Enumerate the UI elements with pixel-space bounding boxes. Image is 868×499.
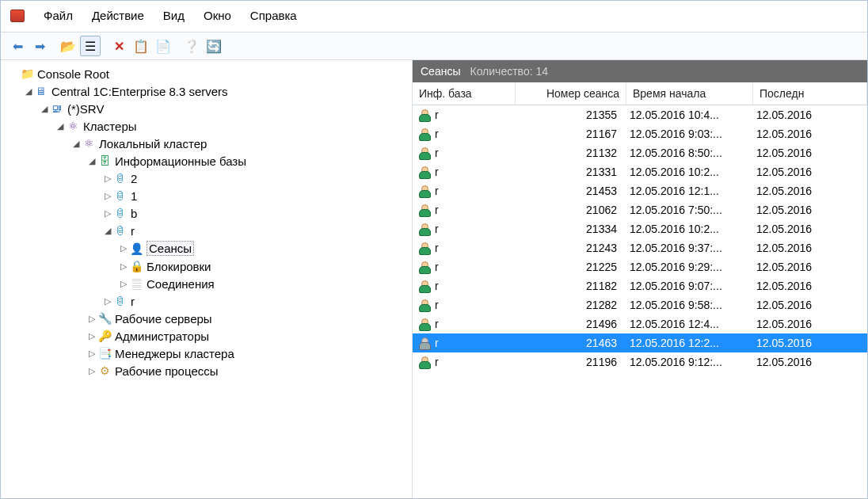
delete-button[interactable]: ✕ [108, 36, 129, 56]
tree-sessions[interactable]: ▷👤Сеансы [4, 239, 409, 257]
user-icon [417, 108, 432, 122]
properties-button[interactable]: 📋 [131, 36, 151, 56]
content-split: ▶📁Console Root ◢🖥Central 1C:Enterprise 8… [1, 60, 867, 498]
cell-last-activity: 12.05.2016 [753, 166, 867, 178]
cell-infobase: r [435, 280, 439, 292]
menu-file[interactable]: Файл [40, 7, 76, 24]
tree-admins[interactable]: ▷🔑Администраторы [4, 327, 409, 345]
tree-infobase-2[interactable]: ▷🛢2 [4, 170, 409, 187]
session-row[interactable]: r2118212.05.2016 9:07:...12.05.2016 [413, 276, 867, 295]
cell-infobase: r [435, 337, 439, 349]
tree-work-servers[interactable]: ▷🔧Рабочие серверы [4, 310, 409, 327]
session-row[interactable]: r2122512.05.2016 9:29:...12.05.2016 [413, 257, 867, 276]
cell-infobase: r [435, 166, 439, 178]
session-row[interactable]: r2145312.05.2016 12:1...12.05.2016 [413, 181, 867, 200]
server-icon: 🖥 [34, 84, 48, 98]
export-button[interactable]: 📄 [153, 36, 173, 56]
cell-start-time: 12.05.2016 9:29:... [626, 261, 753, 273]
user-icon [417, 317, 432, 331]
cell-start-time: 12.05.2016 12:2... [626, 337, 753, 349]
cell-last-activity: 12.05.2016 [753, 261, 867, 273]
lock-icon: 🔒 [129, 259, 143, 273]
session-row[interactable]: r2146312.05.2016 12:2...12.05.2016 [413, 333, 867, 352]
session-row[interactable]: r2133112.05.2016 10:2...12.05.2016 [413, 162, 867, 181]
tree-central-servers[interactable]: ◢🖥Central 1C:Enterprise 8.3 servers [4, 82, 409, 100]
tree-infobase-r2[interactable]: ▷🛢r [4, 292, 409, 310]
key-icon: 🔑 [97, 329, 112, 343]
tree-root[interactable]: ▶📁Console Root [4, 65, 409, 82]
user-icon [417, 203, 432, 217]
tree-cluster-managers[interactable]: ▷📑Менеджеры кластера [4, 345, 409, 362]
nav-back-button[interactable]: ⬅ [7, 36, 28, 56]
cylinder-icon: 🛢 [113, 223, 128, 238]
cell-session-number: 21196 [516, 356, 626, 368]
cell-last-activity: 12.05.2016 [753, 299, 867, 311]
session-row[interactable]: r2133412.05.2016 10:2...12.05.2016 [413, 219, 867, 238]
help-button[interactable]: ❔ [181, 36, 202, 56]
user-icon [417, 241, 432, 255]
show-tree-button[interactable]: ☰ [80, 36, 101, 56]
list-title: Сеансы [421, 65, 460, 78]
cell-start-time: 12.05.2016 9:58:... [626, 299, 753, 311]
cell-session-number: 21453 [516, 185, 626, 197]
cell-start-time: 12.05.2016 10:4... [626, 109, 753, 121]
up-level-button[interactable]: 📂 [58, 36, 78, 56]
cell-session-number: 21496 [516, 318, 626, 330]
list-pane: Сеансы Количество: 14 Инф. база Номер се… [413, 60, 867, 498]
tree-infobase-b[interactable]: ▷🛢b [4, 204, 409, 222]
tree-srv[interactable]: ◢🖳(*)SRV [4, 100, 409, 117]
refresh-button[interactable]: 🔄 [204, 36, 224, 56]
nav-forward-button[interactable]: ➡ [29, 36, 50, 56]
session-row[interactable]: r2128212.05.2016 9:58:...12.05.2016 [413, 295, 867, 314]
user-icon [417, 146, 432, 160]
cell-last-activity: 12.05.2016 [753, 356, 867, 368]
menu-action[interactable]: Действие [89, 7, 147, 24]
tree-clusters[interactable]: ◢⚛Кластеры [4, 117, 409, 135]
database-icon: 🗄 [97, 154, 112, 168]
col-infobase[interactable]: Инф. база [413, 82, 516, 105]
tree-locks[interactable]: ▷🔒Блокировки [4, 257, 409, 275]
cell-start-time: 12.05.2016 12:1... [626, 185, 753, 197]
session-row[interactable]: r2135512.05.2016 10:4...12.05.2016 [413, 105, 867, 124]
cell-session-number: 21167 [516, 128, 626, 140]
cell-start-time: 12.05.2016 9:07:... [626, 280, 753, 292]
col-last-activity[interactable]: Последн [753, 82, 867, 105]
session-row[interactable]: r2116712.05.2016 9:03:...12.05.2016 [413, 124, 867, 143]
session-row[interactable]: r2106212.05.2016 7:50:...12.05.2016 [413, 200, 867, 219]
menu-view[interactable]: Вид [160, 7, 188, 24]
app-window: Файл Действие Вид Окно Справка ⬅ ➡ 📂 ☰ ✕… [0, 0, 868, 499]
user-icon [417, 336, 432, 350]
tree-pane[interactable]: ▶📁Console Root ◢🖥Central 1C:Enterprise 8… [1, 60, 413, 498]
session-row[interactable]: r2149612.05.2016 12:4...12.05.2016 [413, 314, 867, 333]
tree-infobases[interactable]: ◢🗄Информационные базы [4, 152, 409, 170]
user-icon [417, 165, 432, 179]
tree-work-processes[interactable]: ▷⚙Рабочие процессы [4, 362, 409, 379]
tree-connections[interactable]: ▷𝄛Соединения [4, 275, 409, 292]
cell-infobase: r [435, 128, 439, 140]
user-icon [417, 127, 432, 141]
cell-infobase: r [435, 356, 439, 368]
tree-infobase-r[interactable]: ◢🛢r [4, 222, 409, 239]
col-start-time[interactable]: Время начала [626, 82, 753, 105]
session-row[interactable]: r2113212.05.2016 8:50:...12.05.2016 [413, 143, 867, 162]
menu-help[interactable]: Справка [247, 7, 300, 24]
connection-icon: 𝄛 [129, 276, 143, 291]
cell-start-time: 12.05.2016 12:4... [626, 318, 753, 330]
cell-session-number: 21282 [516, 299, 626, 311]
cell-start-time: 12.05.2016 9:12:... [626, 356, 753, 368]
app-icon [10, 10, 25, 22]
session-row[interactable]: r2124312.05.2016 9:37:...12.05.2016 [413, 238, 867, 257]
column-headers[interactable]: Инф. база Номер сеанса Время начала Посл… [413, 82, 867, 105]
tree-local-cluster[interactable]: ◢⚛Локальный кластер [4, 135, 409, 152]
cluster-icon: ⚛ [66, 119, 80, 133]
menubar: Файл Действие Вид Окно Справка [1, 1, 867, 32]
menu-window[interactable]: Окно [200, 7, 234, 24]
col-session-number[interactable]: Номер сеанса [516, 82, 626, 105]
user-icon: 👤 [129, 242, 143, 256]
user-icon [417, 260, 432, 274]
cell-infobase: r [435, 299, 439, 311]
tree-infobase-1[interactable]: ▷🛢1 [4, 187, 409, 204]
session-row[interactable]: r2119612.05.2016 9:12:...12.05.2016 [413, 352, 867, 371]
rows-container[interactable]: r2135512.05.2016 10:4...12.05.2016r21167… [413, 105, 867, 498]
cell-start-time: 12.05.2016 9:37:... [626, 242, 753, 254]
